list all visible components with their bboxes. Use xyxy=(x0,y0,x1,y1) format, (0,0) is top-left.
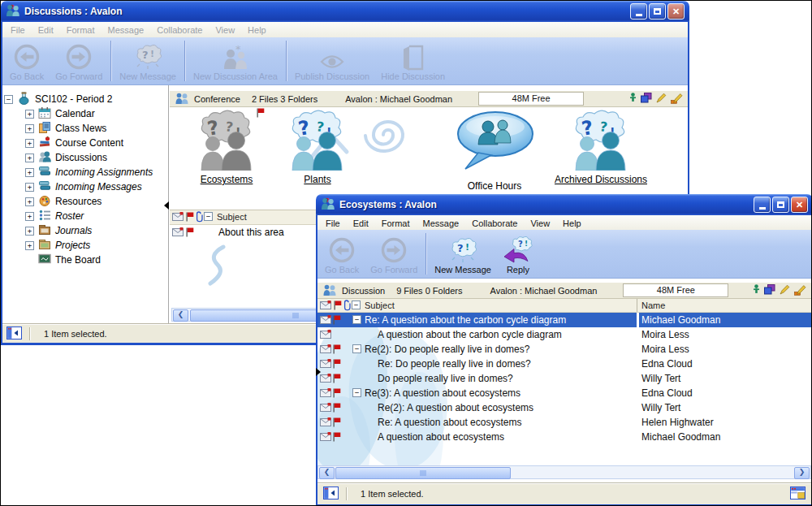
collapse-thread-box[interactable]: − xyxy=(352,315,361,324)
table-header[interactable]: − Subject Name xyxy=(317,299,811,313)
sidebar-item-roster[interactable]: +Roster xyxy=(2,209,168,223)
expand-box[interactable]: + xyxy=(25,168,34,177)
menu-item-collaborate[interactable]: Collaborate xyxy=(465,217,524,230)
windows-icon[interactable] xyxy=(641,93,652,105)
new-discussion-area-button[interactable]: *New Discussion Area xyxy=(188,39,283,83)
maximize-button[interactable] xyxy=(772,197,789,213)
tree-item-label: Discussions xyxy=(55,152,107,163)
sidebar-item-the-board[interactable]: The Board xyxy=(2,253,168,267)
expand-box[interactable]: + xyxy=(25,110,34,119)
menu-item-format[interactable]: Format xyxy=(375,217,417,230)
menu-item-help[interactable]: Help xyxy=(241,24,273,37)
sidebar-item-incoming-messages[interactable]: +Incoming Messages xyxy=(2,179,168,194)
message-row[interactable]: A question about the carbon cycle diagra… xyxy=(317,327,811,342)
discussion-area-plants[interactable]: ??!Plants xyxy=(280,109,355,185)
discussion-area-archived-discussions[interactable]: ??!Archived Discussions xyxy=(529,109,673,185)
menu-item-message[interactable]: Message xyxy=(417,217,466,230)
sidebar-item-projects[interactable]: +Projects xyxy=(2,238,168,253)
menu-item-edit[interactable]: Edit xyxy=(347,217,375,230)
menu-item-help[interactable]: Help xyxy=(556,217,588,230)
message-row[interactable]: A question about ecosystemsMichael Goodm… xyxy=(317,430,811,444)
expand-box[interactable]: + xyxy=(25,241,34,250)
go-forward-button[interactable]: Go Forward xyxy=(50,39,108,83)
expand-box[interactable]: + xyxy=(25,212,34,221)
collapse-all-box[interactable]: − xyxy=(204,212,213,221)
panel-toggle-icon[interactable] xyxy=(323,487,339,501)
panel-toggle-icon[interactable] xyxy=(6,327,22,341)
minimize-button[interactable] xyxy=(754,197,771,213)
collapse-thread-box[interactable]: − xyxy=(352,344,361,353)
sidebar-item-calendar[interactable]: +Calendar xyxy=(2,106,168,121)
message-row[interactable]: Re: Do people really live in domes?Edna … xyxy=(317,357,811,371)
menu-item-file[interactable]: File xyxy=(319,217,347,230)
minimize-button[interactable] xyxy=(630,3,647,19)
message-row[interactable]: Re: A question about ecosystemsHelen Hig… xyxy=(317,415,811,430)
sidebar-item-course-content[interactable]: +Course Content xyxy=(2,136,168,150)
message-row[interactable]: Re(2): A question about ecosystemsWilly … xyxy=(317,400,811,415)
go-back-icon xyxy=(328,236,356,264)
layout-icon[interactable] xyxy=(790,487,806,501)
menu-item-collaborate[interactable]: Collaborate xyxy=(150,24,209,37)
expand-box[interactable]: + xyxy=(25,139,34,148)
status-person-icon[interactable] xyxy=(629,93,637,106)
close-button[interactable]: ✕ xyxy=(667,3,685,19)
discussion-area-ecosystems[interactable]: ??!Ecosystems xyxy=(186,109,267,185)
go-back-button[interactable]: Go Back xyxy=(319,231,365,276)
close-button[interactable]: ✕ xyxy=(791,197,808,213)
message-row[interactable]: −Re(2): Do people really live in domes?M… xyxy=(317,342,811,357)
horizontal-scrollbar[interactable]: ❮ ❯ xyxy=(317,465,811,479)
expand-box[interactable]: + xyxy=(25,183,34,192)
windows-icon[interactable] xyxy=(764,284,775,296)
window-titlebar[interactable]: ? Discussions : Avalon ✕ xyxy=(1,1,689,22)
hide-discussion-button[interactable]: Hide Discussion xyxy=(375,39,451,83)
menu-item-edit[interactable]: Edit xyxy=(32,24,60,37)
menu-item-format[interactable]: Format xyxy=(60,24,102,37)
go-back-button[interactable]: Go Back xyxy=(4,39,50,83)
edit-pencil-icon[interactable] xyxy=(780,284,790,296)
incoming-messages-icon xyxy=(38,179,51,194)
message-row[interactable]: −Re(3): A question about ecosystemsEdna … xyxy=(317,386,811,400)
expand-box[interactable]: + xyxy=(25,124,34,133)
scroll-left-arrow[interactable]: ❮ xyxy=(319,467,335,479)
maximize-button[interactable] xyxy=(649,3,666,19)
message-row[interactable]: −Re: A question about the carbon cycle d… xyxy=(317,313,811,327)
reply-button[interactable]: ?!Reply xyxy=(497,231,539,276)
collapse-thread-box[interactable]: − xyxy=(352,388,361,397)
menu-item-view[interactable]: View xyxy=(209,24,241,37)
edit-pencil-icon[interactable] xyxy=(656,93,667,105)
scroll-right-arrow[interactable]: ❯ xyxy=(794,467,810,479)
sidebar-item-journals[interactable]: +Journals xyxy=(2,223,168,238)
menu-item-view[interactable]: View xyxy=(524,217,556,230)
publish-discussion-button[interactable]: Publish Discussion xyxy=(289,39,375,83)
sidebar-item-class-news[interactable]: +Class News xyxy=(2,121,168,136)
sidebar-item-resources[interactable]: +Resources xyxy=(2,194,168,209)
file-folder-counts: 2 Files 3 Folders xyxy=(252,94,317,104)
message-row[interactable]: Do people really live in domes?Willy Ter… xyxy=(317,371,811,386)
panel-collapse-arrow[interactable] xyxy=(316,368,321,376)
new-message-button[interactable]: ?!New Message xyxy=(429,231,497,276)
sign-pencil-icon[interactable] xyxy=(794,284,806,297)
new-message-button[interactable]: ?!New Message xyxy=(114,39,182,83)
sign-pencil-icon[interactable] xyxy=(671,93,683,106)
flag-icon xyxy=(332,359,341,371)
sidebar-item-discussions[interactable]: +Discussions xyxy=(2,150,168,165)
tree-root[interactable]: −SCI102 - Period 2 xyxy=(2,92,168,106)
menu-item-file[interactable]: File xyxy=(4,24,32,37)
expand-box[interactable]: + xyxy=(25,154,34,162)
scroll-thumb[interactable] xyxy=(335,467,511,479)
status-person-icon[interactable] xyxy=(753,284,760,297)
sidebar-item-incoming-assignments[interactable]: +Incoming Assignments xyxy=(2,165,168,179)
scroll-left-arrow[interactable]: ❮ xyxy=(173,309,188,322)
tree-item-label: Calendar xyxy=(55,108,95,119)
menu-item-message[interactable]: Message xyxy=(102,24,151,37)
go-forward-button[interactable]: Go Forward xyxy=(365,231,423,276)
expand-box[interactable]: + xyxy=(25,197,34,206)
office-hours-icon xyxy=(449,109,540,179)
expand-box[interactable]: + xyxy=(25,227,34,236)
svg-text:!: ! xyxy=(150,49,154,59)
collapse-box[interactable]: − xyxy=(4,95,13,104)
collapse-all-box[interactable]: − xyxy=(352,301,361,309)
app-icon: ? xyxy=(6,3,20,19)
tree-collapse-arrow[interactable] xyxy=(164,201,169,210)
window-titlebar[interactable]: ? Ecosystems : Avalon ✕ xyxy=(316,194,812,215)
